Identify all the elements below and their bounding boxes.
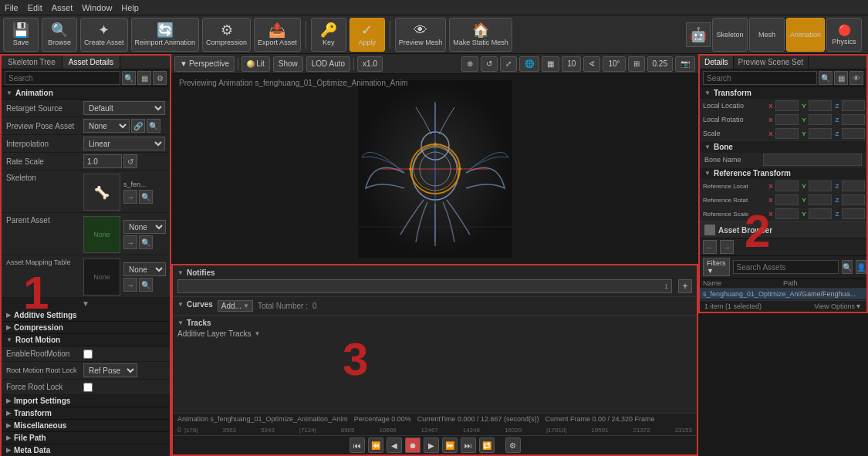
go-to-start-btn[interactable]: ⏮ xyxy=(350,437,365,453)
ab-search-icon[interactable]: 🔍 xyxy=(842,260,853,274)
grid-view-icon-btn[interactable]: ▦ xyxy=(137,71,151,85)
tab-asset-details[interactable]: Asset Details xyxy=(62,56,120,69)
scale-x-input[interactable]: 1.0 xyxy=(775,128,799,139)
ab-view-options-btn[interactable]: View Options▼ xyxy=(814,302,862,310)
preview-pose-select[interactable]: None xyxy=(83,119,130,133)
notifies-add-btn[interactable]: + xyxy=(678,279,692,293)
ref-rot-y-input[interactable]: 0.0 xyxy=(809,194,832,205)
scale-y-input[interactable]: 1.0 xyxy=(809,128,832,139)
ab-forward-btn[interactable]: → xyxy=(720,240,734,254)
rotation-value-btn[interactable]: 10° xyxy=(603,56,625,72)
reimport-animation-button[interactable]: 🔄 Reimport Animation xyxy=(131,18,200,52)
scale-tool-btn[interactable]: ⤢ xyxy=(500,56,517,72)
ab-search-input[interactable] xyxy=(733,260,839,274)
play-back-btn[interactable]: ◀ xyxy=(387,437,402,453)
make-static-mesh-button[interactable]: 🏠 Make Static Mesh xyxy=(449,18,512,52)
miscellaneous-header[interactable]: Miscellaneous xyxy=(2,420,170,432)
loc-z-input[interactable]: 0.0 xyxy=(842,100,865,111)
compression-button[interactable]: ⚙ Compression xyxy=(202,18,251,52)
asset-mapping-select[interactable]: None xyxy=(123,262,166,276)
menu-window[interactable]: Window xyxy=(82,3,112,12)
notifies-timeline[interactable]: 1 xyxy=(177,279,672,293)
right-grid-icon[interactable]: ▦ xyxy=(834,71,848,85)
viewport-3d[interactable]: Previewing Animation s_fenghuang_01_Opti… xyxy=(171,74,698,264)
compression-header[interactable]: Compression xyxy=(2,322,170,334)
ab-filters-btn[interactable]: Filters ▼ xyxy=(703,258,730,276)
ref-scale-y-input[interactable]: 1.0 xyxy=(809,208,832,219)
root-motion-header[interactable]: Root Motion xyxy=(2,334,170,346)
loop-btn[interactable]: 🔁 xyxy=(479,437,495,453)
right-search-icon[interactable]: 🔍 xyxy=(819,71,833,85)
rotate-tool-btn[interactable]: ↺ xyxy=(481,56,498,72)
record-btn[interactable]: ⏺ xyxy=(405,437,420,453)
asset-mapping-arrow-btn[interactable]: → xyxy=(123,278,137,292)
ref-transform-detail-header[interactable]: Reference Transform xyxy=(700,167,866,179)
apply-button[interactable]: ✓ Apply xyxy=(350,18,385,52)
retarget-source-select[interactable]: Default xyxy=(83,101,165,115)
bone-detail-header[interactable]: Bone xyxy=(700,141,866,153)
menu-help[interactable]: Help xyxy=(121,3,139,12)
lod-auto-btn[interactable]: LOD Auto xyxy=(306,56,350,72)
rate-scale-input[interactable] xyxy=(83,154,122,168)
skeleton-mode-button[interactable]: Skeleton xyxy=(712,18,748,52)
additive-settings-header[interactable]: Additive Settings xyxy=(2,309,170,322)
menu-file[interactable]: File xyxy=(5,3,19,12)
ref-loc-z-input[interactable]: 0.0 xyxy=(842,181,865,191)
meta-data-header[interactable]: Meta Data xyxy=(2,444,170,456)
step-forward-btn[interactable]: ⏩ xyxy=(442,437,458,453)
animation-section-header[interactable]: Animation xyxy=(2,87,170,100)
rot-z-input[interactable]: -0.6 xyxy=(842,114,865,125)
go-to-end-btn[interactable]: ⏭ xyxy=(461,437,476,453)
transform-header[interactable]: Transform xyxy=(2,407,170,420)
translate-tool-btn[interactable]: ⊕ xyxy=(461,56,478,72)
skeleton-search-btn[interactable]: 🔍 xyxy=(139,190,153,204)
rot-x-input[interactable]: 89.5 xyxy=(775,114,799,125)
tab-skeleton-tree[interactable]: Skeleton Tree xyxy=(2,56,62,69)
ab-back-btn[interactable]: ← xyxy=(703,240,717,254)
left-search-input[interactable] xyxy=(5,71,120,85)
lit-btn[interactable]: Lit xyxy=(241,56,270,72)
rate-scale-reset-btn[interactable]: ↺ xyxy=(123,154,137,168)
animation-mode-button[interactable]: Animation xyxy=(786,18,825,52)
transform-detail-header[interactable]: Transform xyxy=(700,87,866,99)
scale-z-input[interactable]: 1.0 xyxy=(842,128,865,139)
settings-icon-btn[interactable]: ⚙ xyxy=(153,71,167,85)
parent-asset-select[interactable]: None xyxy=(123,220,166,234)
scale-btn[interactable]: x1.0 xyxy=(357,56,383,72)
tab-details[interactable]: Details xyxy=(700,56,734,69)
skeleton-arrow-btn[interactable]: → xyxy=(123,190,137,204)
step-back-btn[interactable]: ⏪ xyxy=(368,437,383,453)
grid-snap-btn[interactable]: ▦ xyxy=(542,56,559,72)
search-icon-btn[interactable]: 🔍 xyxy=(122,71,136,85)
coord-local-btn[interactable]: 🌐 xyxy=(519,56,539,72)
play-forward-btn[interactable]: ▶ xyxy=(424,437,439,453)
ref-loc-y-input[interactable]: 0.0 xyxy=(809,181,832,191)
parent-asset-search-btn[interactable]: 🔍 xyxy=(139,235,153,249)
interpolation-select[interactable]: Linear xyxy=(83,137,165,150)
ab-item-0[interactable]: s_fenghuang_01_Optimize_Ani /Game/Fenghu… xyxy=(700,289,866,300)
enable-root-motion-checkbox[interactable] xyxy=(83,350,93,359)
import-settings-header[interactable]: Import Settings xyxy=(2,395,170,407)
create-asset-button[interactable]: ✦ Create Asset xyxy=(80,18,128,52)
scale-value-btn[interactable]: 0.25 xyxy=(647,56,673,72)
key-button[interactable]: 🔑 Key xyxy=(311,18,346,52)
save-button[interactable]: 💾 Save xyxy=(3,18,39,52)
right-search-input[interactable] xyxy=(703,71,817,85)
ab-user-icon[interactable]: 👤 xyxy=(856,260,866,274)
show-btn[interactable]: Show xyxy=(273,56,303,72)
grid-value-btn[interactable]: 10 xyxy=(562,56,581,72)
loc-y-input[interactable]: 0.0 xyxy=(809,100,832,111)
export-asset-button[interactable]: 📤 Export Asset xyxy=(254,18,301,52)
right-eye-icon[interactable]: 👁 xyxy=(849,71,863,85)
rotation-snap-btn[interactable]: ∢ xyxy=(583,56,600,72)
perspective-btn[interactable]: ▼ Perspective xyxy=(174,56,235,72)
root-motion-lock-select[interactable]: Ref Pose xyxy=(83,363,137,377)
ref-scale-z-input[interactable]: 1.0 xyxy=(842,208,865,219)
menu-edit[interactable]: Edit xyxy=(28,3,42,12)
add-curve-btn[interactable]: Add... ▼ xyxy=(218,300,253,312)
scale-snap-btn[interactable]: ⊞ xyxy=(628,56,645,72)
browse-button[interactable]: 🔍 Browse xyxy=(42,18,77,52)
rot-y-input[interactable]: 0.0 xyxy=(809,114,832,125)
force-root-lock-checkbox[interactable] xyxy=(83,383,93,392)
ref-loc-x-input[interactable]: 0.0 xyxy=(775,181,799,191)
